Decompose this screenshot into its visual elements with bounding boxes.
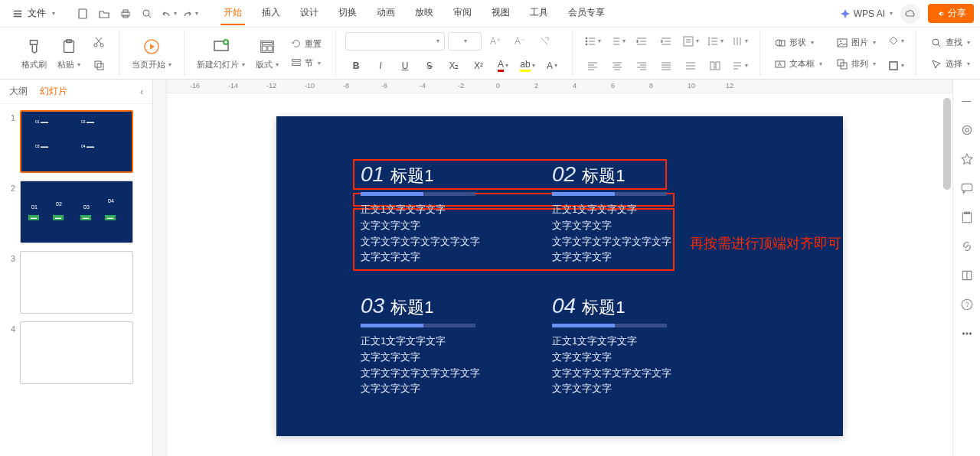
more-icon[interactable]	[959, 326, 975, 341]
chevron-down-icon: ▾	[890, 10, 893, 17]
minus-icon[interactable]: —	[959, 93, 975, 109]
layout-button[interactable]: 版式▾	[253, 34, 282, 72]
slide-canvas[interactable]: 再按需进行顶端对齐即可 01标题1 正文1文字文字文字 文字文字文字 文字文字文…	[276, 116, 843, 436]
align-left-button[interactable]	[582, 56, 603, 76]
clear-format-button[interactable]	[534, 31, 555, 51]
print-preview-button[interactable]	[137, 4, 157, 24]
thumbnail-4[interactable]	[20, 321, 133, 384]
bold-button[interactable]: B	[345, 56, 367, 76]
ribbon-tabs: 开始 插入 设计 切换 动画 放映 审阅 视图 工具 会员专享	[220, 2, 608, 25]
char-effect-button[interactable]: A▾	[541, 56, 563, 76]
clipboard-icon[interactable]	[959, 210, 975, 225]
tab-slideshow[interactable]: 放映	[412, 2, 436, 25]
outline-tab[interactable]: 大纲	[9, 85, 28, 98]
highlight-button[interactable]: ab▾	[517, 56, 538, 76]
font-name-select[interactable]: ▾	[345, 32, 445, 50]
tab-view[interactable]: 视图	[488, 2, 513, 25]
arrange-button[interactable]: 排列▾	[831, 56, 880, 73]
format-painter-label: 格式刷	[21, 59, 47, 70]
settings-icon[interactable]	[959, 122, 975, 138]
new-slide-button[interactable]: 新建幻灯片▾	[194, 34, 248, 72]
file-menu[interactable]: 文件 ▾	[6, 4, 61, 23]
section-04[interactable]: 04标题1 正文1文字文字文字 文字文字文字 文字文字文字文字文字文字 文字文字…	[552, 294, 705, 397]
thumbnail-2[interactable]: 01 02 03 04 ▬▬ ▬▬ ▬▬ ▬▬	[20, 181, 133, 243]
open-button[interactable]	[94, 4, 114, 24]
find-button[interactable]: 查找▾	[926, 34, 975, 51]
align-right-button[interactable]	[631, 56, 652, 76]
chat-icon[interactable]	[959, 181, 975, 196]
section-03[interactable]: 03标题1 正文1文字文字文字 文字文字文字 文字文字文字文字文字文字 文字文字…	[361, 294, 514, 397]
decrease-font-button[interactable]: A⁻	[509, 31, 531, 51]
shape-button[interactable]: 形状▾	[769, 34, 827, 51]
text-direction-button[interactable]: ▾	[729, 31, 750, 51]
font-size-select[interactable]: ▾	[448, 32, 482, 50]
select-button[interactable]: 选择▾	[926, 56, 975, 73]
book-icon[interactable]	[959, 268, 975, 283]
redo-button[interactable]: ▾	[180, 4, 200, 24]
section-label: 节	[305, 57, 313, 69]
line-spacing-button[interactable]: ▾	[704, 31, 726, 51]
numbering-button[interactable]: ▾	[606, 31, 628, 51]
thumb-number: 3	[5, 251, 15, 263]
align-justify-button[interactable]	[655, 56, 677, 76]
section-01[interactable]: 01标题1 正文1文字文字文字 文字文字文字 文字文字文字文字文字文字 文字文字…	[361, 162, 514, 265]
tab-start[interactable]: 开始	[220, 2, 245, 25]
star-icon[interactable]	[959, 151, 975, 167]
undo-button[interactable]: ▾	[158, 4, 178, 24]
share-button[interactable]: 分享	[928, 4, 974, 23]
image-button[interactable]: 图片▾	[831, 34, 880, 51]
ribbon-group-paragraph: ▾ ▾ ▾ ▾ ▾ ▾	[573, 31, 760, 76]
thumbnail-3[interactable]	[20, 251, 133, 314]
tab-member[interactable]: 会员专享	[565, 2, 608, 25]
help-icon[interactable]: ?	[959, 297, 975, 312]
tab-tools[interactable]: 工具	[527, 2, 551, 25]
strikethrough-button[interactable]: S̶	[419, 56, 440, 76]
tab-transition[interactable]: 切换	[335, 2, 360, 25]
distribute-h-button[interactable]	[680, 56, 701, 76]
slides-tab[interactable]: 幻灯片	[40, 85, 67, 98]
rtl-button[interactable]: ▾	[729, 56, 750, 76]
fill-color-button[interactable]: ▾	[885, 31, 906, 51]
section-body: 正文1文字文字文字 文字文字文字 文字文字文字文字文字文字 文字文字文字	[361, 202, 514, 265]
italic-button[interactable]: I	[370, 56, 391, 76]
svg-rect-17	[268, 46, 273, 50]
section-02[interactable]: 02标题1 正文1文字文字文字 文字文字文字 文字文字文字文字文字文字 文字文字…	[552, 162, 705, 265]
play-current-button[interactable]: 当页开始▾	[129, 34, 175, 72]
thumbnail-1[interactable]: 01 ▬▬ 02 ▬▬ 03 ▬▬ 04 ▬▬	[20, 110, 133, 173]
link-icon[interactable]	[959, 239, 975, 254]
cloud-button[interactable]	[900, 4, 920, 24]
section-title: 标题1	[582, 164, 625, 187]
section-button[interactable]: 节▾	[286, 55, 326, 71]
indent-increase-button[interactable]	[655, 31, 677, 51]
tab-animation[interactable]: 动画	[374, 2, 398, 25]
collapse-panel-button[interactable]: ‹	[140, 86, 143, 97]
wps-ai-button[interactable]: WPS AI ▾	[840, 8, 893, 19]
paste-button[interactable]: 粘贴▾	[54, 34, 83, 72]
vertical-scrollbar[interactable]	[943, 98, 951, 190]
copy-button[interactable]	[88, 55, 109, 75]
format-painter-button[interactable]: 格式刷	[18, 34, 50, 72]
svg-point-22	[586, 44, 587, 45]
new-doc-button[interactable]	[73, 4, 93, 24]
textbox-button[interactable]: A文本框▾	[769, 56, 827, 73]
svg-rect-23	[684, 37, 693, 46]
print-button[interactable]	[116, 4, 136, 24]
tab-review[interactable]: 审阅	[450, 2, 475, 25]
superscript-button[interactable]: X²	[468, 56, 489, 76]
align-button[interactable]: ▾	[680, 31, 701, 51]
reset-button[interactable]: 重置	[286, 36, 326, 52]
align-center-button[interactable]	[606, 56, 628, 76]
tab-design[interactable]: 设计	[297, 2, 322, 25]
underline-button[interactable]: U	[394, 56, 416, 76]
font-color-button[interactable]: A▾	[492, 56, 514, 76]
outline-color-button[interactable]: ▾	[885, 56, 906, 76]
bullets-button[interactable]: ▾	[582, 31, 603, 51]
indent-decrease-button[interactable]	[631, 31, 652, 51]
cut-button[interactable]	[88, 32, 109, 52]
canvas-scroll[interactable]: 再按需进行顶端对齐即可 01标题1 正文1文字文字文字 文字文字文字 文字文字文…	[167, 93, 952, 456]
subscript-button[interactable]: X₂	[443, 56, 465, 76]
increase-font-button[interactable]: A⁺	[485, 31, 506, 51]
columns-button[interactable]	[704, 56, 726, 76]
tab-insert[interactable]: 插入	[259, 2, 283, 25]
vertical-ruler	[153, 80, 167, 456]
